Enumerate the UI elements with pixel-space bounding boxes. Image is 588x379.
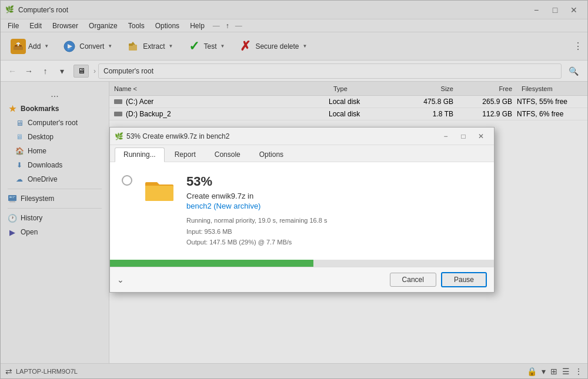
progress-action: Create enwik9.7z in [186, 192, 482, 200]
progress-detail2: Input: 953.6 MB [186, 226, 482, 237]
folder-icon-big [142, 174, 177, 204]
pause-button[interactable]: Pause [441, 272, 487, 287]
progress-dialog: 🌿 53% Create enwik9.7z in bench2 − □ ✕ R… [109, 127, 495, 293]
footer-expand-icon[interactable]: ⌄ [117, 275, 124, 284]
progress-detail3: Output: 147.5 MB (29%) @ 7.7 MB/s [186, 237, 482, 248]
progress-details: Running, normal priority, 19.0 s, remain… [186, 215, 482, 248]
dialog-close-button[interactable]: ✕ [473, 130, 489, 142]
dialog-title-bar: 🌿 53% Create enwik9.7z in bench2 − □ ✕ [110, 128, 494, 145]
dialog-tab-running[interactable]: Running... [115, 147, 165, 162]
dialog-overlay: 🌿 53% Create enwik9.7z in bench2 − □ ✕ R… [1, 1, 587, 378]
dialog-top: 53% Create enwik9.7z in bench2 (New arch… [122, 174, 482, 248]
dialog-tabs: Running... Report Console Options [110, 145, 494, 162]
progress-bar-fill [110, 260, 313, 267]
dialog-footer: ⌄ Cancel Pause [110, 267, 494, 292]
progress-target: bench2 (New archive) [186, 202, 482, 210]
progress-radio[interactable] [122, 175, 132, 186]
progress-bar-container [110, 260, 494, 267]
progress-info: 53% Create enwik9.7z in bench2 (New arch… [186, 174, 482, 248]
main-window: 🌿 Computer's root − □ ✕ File Edit Browse… [0, 0, 588, 379]
progress-percent: 53% [186, 174, 482, 189]
dialog-controls: − □ ✕ [437, 130, 489, 142]
dialog-minimize-button[interactable]: − [437, 130, 454, 142]
cancel-button[interactable]: Cancel [390, 273, 436, 287]
dialog-tab-console[interactable]: Console [206, 147, 249, 162]
dialog-tab-report[interactable]: Report [166, 147, 205, 162]
progress-detail1: Running, normal priority, 19.0 s, remain… [186, 215, 482, 226]
dialog-maximize-button[interactable]: □ [455, 130, 472, 142]
dialog-app-icon: 🌿 [115, 132, 123, 140]
dialog-content: 53% Create enwik9.7z in bench2 (New arch… [110, 162, 494, 260]
dialog-title: 53% Create enwik9.7z in bench2 [126, 132, 437, 140]
dialog-tab-options[interactable]: Options [250, 147, 292, 162]
